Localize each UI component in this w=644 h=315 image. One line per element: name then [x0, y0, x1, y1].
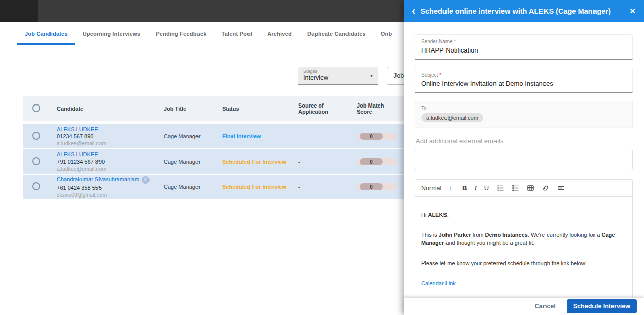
tab-upcoming-interviews[interactable]: Upcoming Interviews — [75, 22, 148, 45]
schedule-interview-button[interactable]: Schedule Interview — [567, 299, 637, 313]
additional-emails-label: Add additional external emails — [416, 137, 633, 145]
updown-arrows-icon: ↕ — [449, 185, 452, 191]
text-segment: , — [447, 212, 449, 218]
job-title-cell: Cage Manager — [164, 159, 222, 165]
cancel-button[interactable]: Cancel — [530, 300, 561, 312]
intro-paragraph: This is John Parker from Demo Instances.… — [421, 231, 626, 247]
tab-onboarding[interactable]: Onb — [373, 22, 400, 45]
column-header-job-title: Job Title — [164, 106, 222, 112]
row-radio[interactable] — [32, 157, 40, 165]
to-label: To — [421, 106, 626, 111]
job-dropdown-label: Job — [393, 72, 404, 79]
email-editor: Normal ↕ B I U — [415, 179, 633, 298]
recipient-email-chip[interactable]: a.ludkee@email.com — [421, 113, 483, 122]
stages-dropdown-value: Interview — [303, 74, 373, 81]
text-segment: . We're currently looking for a — [528, 232, 602, 238]
job-title-cell: Cage Manager — [164, 133, 222, 139]
tab-archived[interactable]: Archived — [260, 22, 300, 45]
sender-name-input[interactable] — [421, 46, 626, 54]
label-text: Subject — [421, 72, 438, 78]
text-segment: This is — [421, 232, 439, 238]
score-value: 0 — [360, 183, 383, 190]
tab-pending-feedback[interactable]: Pending Feedback — [148, 22, 214, 45]
job-match-score: 0 — [357, 158, 397, 165]
close-icon[interactable]: ✕ — [629, 7, 636, 16]
duplicate-count-badge: 2 — [142, 176, 150, 184]
align-icon[interactable] — [557, 184, 565, 192]
column-header-candidate: Candidate — [57, 106, 164, 112]
candidate-phone: 01234 567 890 — [57, 133, 153, 139]
column-header-source: Source of Application — [298, 102, 357, 115]
status-label[interactable]: Scheduled For Interview — [222, 159, 286, 165]
required-marker: * — [439, 72, 441, 78]
format-value: Normal — [421, 185, 441, 192]
job-match-score: 0 — [357, 183, 397, 190]
candidate-phone: +61 0424 358 555 — [57, 185, 153, 191]
bold-button[interactable]: B — [462, 184, 467, 192]
status-label[interactable]: Scheduled For Interview — [222, 184, 286, 190]
score-value: 0 — [360, 133, 383, 140]
candidate-name-link[interactable]: ALEKS LUDKEE — [57, 126, 98, 132]
panel-footer: Cancel Schedule Interview — [404, 298, 644, 315]
calendar-link-line: Calendar Link — [421, 280, 626, 288]
row-radio[interactable] — [32, 182, 40, 190]
underline-button[interactable]: U — [484, 184, 489, 192]
source-cell: - — [298, 184, 357, 190]
subject-input[interactable] — [421, 80, 626, 87]
tab-talent-pool[interactable]: Talent Pool — [214, 22, 260, 45]
link-icon[interactable] — [542, 184, 550, 192]
column-header-status: Status — [222, 106, 298, 112]
job-match-score: 0 — [357, 133, 397, 140]
additional-emails-input[interactable] — [415, 149, 633, 170]
select-all-radio[interactable] — [32, 104, 40, 112]
text-segment: and thought you might be a great fit. — [444, 240, 534, 246]
italic-button[interactable]: I — [474, 184, 476, 192]
panel-body: Sender Name * Subject * To a.ludkee@emai… — [404, 22, 644, 298]
status-label[interactable]: Final Interview — [222, 133, 261, 139]
text-segment: Hi — [421, 212, 428, 218]
email-body[interactable]: Hi ALEKS, This is John Parker from Demo … — [415, 197, 632, 288]
recruiter-name-bold: John Parker — [439, 232, 471, 238]
company-name-bold: Demo Instances — [485, 232, 528, 238]
job-title-cell: Cage Manager — [164, 184, 222, 190]
schedule-paragraph: Please let me know your preferred schedu… — [421, 259, 626, 268]
candidate-name-link[interactable]: ALEKS LUDKEE — [57, 151, 98, 158]
candidate-email: a.ludkee@email.com — [57, 166, 153, 172]
candidate-email: cksiva09@gmail.com — [57, 192, 153, 198]
chevron-down-icon: ▾ — [370, 73, 373, 78]
source-cell: - — [298, 159, 357, 165]
stages-dropdown[interactable]: Stages Interview ▾ — [298, 67, 378, 85]
schedule-interview-panel: ‹ Schedule online interview with ALEKS (… — [404, 0, 644, 315]
format-select[interactable]: Normal ↕ — [421, 185, 455, 192]
calendar-link[interactable]: Calendar Link — [421, 280, 456, 286]
editor-toolbar: Normal ↕ B I U — [415, 180, 632, 197]
candidate-name-link[interactable]: Chandrakumar Sivasubramaniam — [57, 176, 139, 182]
required-marker: * — [454, 39, 456, 44]
score-value: 0 — [360, 158, 383, 165]
text-segment: Please let me know your preferred schedu… — [421, 260, 587, 266]
greeting-line: Hi ALEKS, — [421, 211, 626, 219]
source-cell: - — [298, 133, 357, 139]
text-segment: from — [471, 232, 485, 238]
bullet-list-icon[interactable] — [512, 184, 519, 192]
sender-name-label: Sender Name * — [421, 39, 626, 44]
stages-dropdown-label: Stages — [303, 69, 373, 74]
row-radio[interactable] — [32, 132, 40, 140]
candidate-name-bold: ALEKS — [428, 212, 447, 218]
candidate-email: a.ludkee@email.com — [57, 140, 153, 146]
sender-name-field[interactable]: Sender Name * — [415, 34, 633, 60]
subject-field[interactable]: Subject * — [415, 68, 633, 93]
label-text: Sender Name — [421, 39, 453, 44]
tab-job-candidates[interactable]: Job Candidates — [17, 22, 75, 45]
table-icon[interactable] — [527, 184, 534, 192]
ordered-list-icon[interactable] — [497, 184, 504, 192]
logo-area — [0, 0, 38, 22]
subject-label: Subject * — [421, 72, 626, 78]
back-chevron-icon[interactable]: ‹ — [412, 6, 415, 17]
to-field[interactable]: To a.ludkee@email.com — [415, 101, 633, 127]
tab-duplicate-candidates[interactable]: Duplicate Candidates — [300, 22, 373, 45]
candidate-phone: +91 01234 567 890 — [57, 159, 153, 165]
panel-title: Schedule online interview with ALEKS (Ca… — [420, 7, 629, 15]
panel-header: ‹ Schedule online interview with ALEKS (… — [404, 0, 644, 22]
